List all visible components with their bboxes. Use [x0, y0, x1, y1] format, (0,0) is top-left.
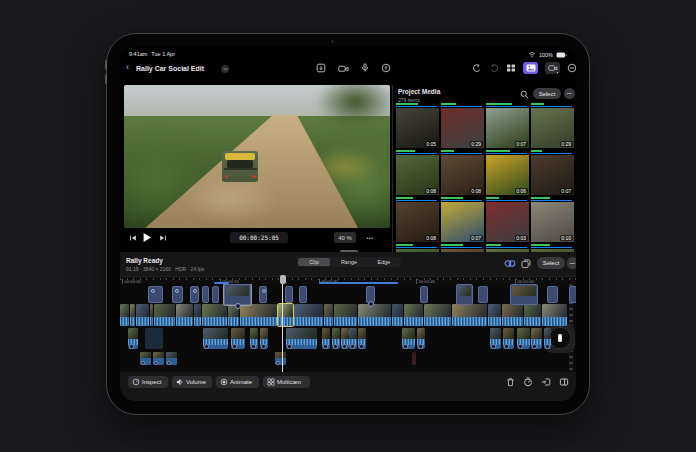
lower-lane-clip[interactable] — [417, 328, 425, 349]
spine-clip[interactable] — [404, 304, 423, 326]
media-item[interactable]: 0:06 — [486, 150, 529, 195]
lower-lane-clip[interactable] — [145, 328, 163, 349]
volume-button[interactable]: Volume — [172, 376, 212, 388]
lower-lane-clip[interactable] — [531, 328, 542, 349]
spine-clip[interactable] — [488, 304, 501, 326]
lower-lane-clip[interactable] — [402, 328, 415, 349]
spine-clip[interactable] — [358, 304, 391, 326]
overwrite-clip-icon[interactable] — [559, 377, 569, 387]
lower-lane-clip[interactable] — [503, 328, 514, 349]
upper-lane-clip[interactable] — [148, 286, 163, 303]
media-item[interactable]: 0:03 — [486, 197, 529, 242]
voiceover-icon[interactable] — [381, 63, 391, 73]
trash-icon[interactable] — [506, 377, 515, 387]
title-menu-button[interactable] — [221, 65, 229, 73]
spine-clip[interactable] — [502, 304, 523, 326]
spine-clip[interactable] — [542, 304, 567, 326]
spine-clip[interactable] — [324, 304, 333, 326]
spine-clip[interactable] — [524, 304, 541, 326]
lower-lane-clip[interactable] — [322, 328, 330, 349]
skip-forward-icon[interactable] — [159, 234, 167, 242]
lower-lane2-clip[interactable] — [275, 352, 286, 365]
undo-icon[interactable] — [472, 63, 482, 73]
viewer-zoom-level[interactable]: 40 % — [334, 232, 356, 243]
upper-lane-clip[interactable] — [172, 286, 183, 303]
spine-clip[interactable] — [240, 304, 277, 326]
spine-clip[interactable] — [150, 304, 153, 326]
spine-clip[interactable] — [136, 304, 149, 326]
browser-button[interactable] — [523, 62, 538, 74]
viewer-more-button[interactable]: ••• — [363, 232, 377, 243]
timeline-select-button[interactable]: Select — [537, 257, 565, 269]
import-icon[interactable] — [316, 63, 326, 73]
upper-lane-clip[interactable] — [224, 284, 251, 305]
media-item[interactable]: 0:08 — [441, 150, 484, 195]
lower-lane-clip[interactable] — [544, 328, 551, 349]
upper-lane-clip[interactable] — [212, 286, 219, 303]
spine-clip[interactable] — [130, 304, 135, 326]
connect-icon[interactable] — [503, 258, 516, 269]
upper-lane-clip[interactable] — [202, 286, 209, 303]
upper-lane-clip[interactable] — [259, 286, 267, 303]
spine-clip[interactable] — [120, 304, 129, 326]
upper-lane-clip[interactable] — [456, 284, 473, 305]
capture-button[interactable] — [545, 62, 560, 74]
upper-lane-clip[interactable] — [420, 286, 428, 303]
spine-clip[interactable] — [278, 304, 293, 326]
media-item[interactable]: 0:07 — [486, 103, 529, 148]
lower-lane-clip[interactable] — [231, 328, 245, 349]
lower-lane-clip[interactable] — [349, 328, 357, 349]
timeline-more-button[interactable]: ••• — [567, 257, 576, 269]
lower-lane2-clip[interactable] — [412, 352, 416, 365]
timeline-ruler[interactable]: 00:00:0000:00:1500:00:3000:00:4500:01:00 — [120, 276, 576, 284]
lower-lane-clip[interactable] — [203, 328, 228, 349]
play-button[interactable] — [141, 231, 153, 244]
media-item[interactable]: 0:05 — [396, 103, 439, 148]
redo-icon[interactable] — [489, 63, 499, 73]
lower-lane2-clip[interactable] — [166, 352, 177, 365]
lower-lane-clip[interactable] — [286, 328, 317, 349]
insert-clip-icon[interactable] — [541, 377, 551, 387]
search-icon[interactable] — [519, 89, 529, 99]
upper-lane-clip[interactable] — [478, 286, 488, 303]
upper-lane-clip[interactable] — [190, 286, 199, 303]
back-button[interactable]: ‹ — [126, 62, 129, 72]
lower-lane-clip[interactable] — [341, 328, 349, 349]
upper-lane-clip[interactable] — [510, 284, 538, 305]
lower-lane2-clip[interactable] — [140, 352, 151, 365]
mode-range[interactable]: Range — [330, 258, 368, 266]
media-item[interactable]: 0:29 — [531, 103, 574, 148]
spine-clip[interactable] — [392, 304, 403, 326]
media-more-button[interactable]: ••• — [564, 88, 575, 99]
spine-clip[interactable] — [154, 304, 175, 326]
inspect-button[interactable]: Inspect — [128, 376, 168, 388]
playhead-line[interactable] — [282, 276, 283, 372]
multicam-button[interactable]: Multicam — [263, 376, 310, 388]
lower-lane-clip[interactable] — [332, 328, 340, 349]
playhead-handle[interactable] — [280, 275, 286, 284]
camera-icon[interactable] — [338, 64, 349, 73]
spine-clip[interactable] — [176, 304, 193, 326]
skip-back-icon[interactable] — [129, 234, 137, 242]
media-item[interactable] — [441, 244, 484, 252]
media-item[interactable] — [396, 244, 439, 252]
lower-lane-clip[interactable] — [517, 328, 530, 349]
lower-lane-clip[interactable] — [128, 328, 138, 349]
upper-lane-clip[interactable] — [569, 286, 576, 303]
media-item[interactable]: 0:07 — [441, 197, 484, 242]
mode-edge[interactable]: Edge — [368, 258, 400, 266]
hide-interface-icon[interactable] — [567, 63, 576, 73]
lower-lane-clip[interactable] — [358, 328, 366, 349]
media-select-button[interactable]: Select — [533, 88, 561, 99]
lower-lane2-clip[interactable] — [153, 352, 164, 365]
upper-lane-clip[interactable] — [366, 286, 375, 303]
media-item[interactable] — [531, 244, 574, 252]
spine-clip[interactable] — [334, 304, 357, 326]
media-item[interactable] — [486, 244, 529, 252]
viewer-layout-icon[interactable] — [506, 63, 516, 73]
lower-lane-clip[interactable] — [490, 328, 501, 349]
media-item[interactable]: 0:08 — [396, 197, 439, 242]
lower-lane-clip[interactable] — [260, 328, 268, 349]
timeline-tracks[interactable] — [120, 284, 576, 372]
spine-clip[interactable] — [294, 304, 323, 326]
